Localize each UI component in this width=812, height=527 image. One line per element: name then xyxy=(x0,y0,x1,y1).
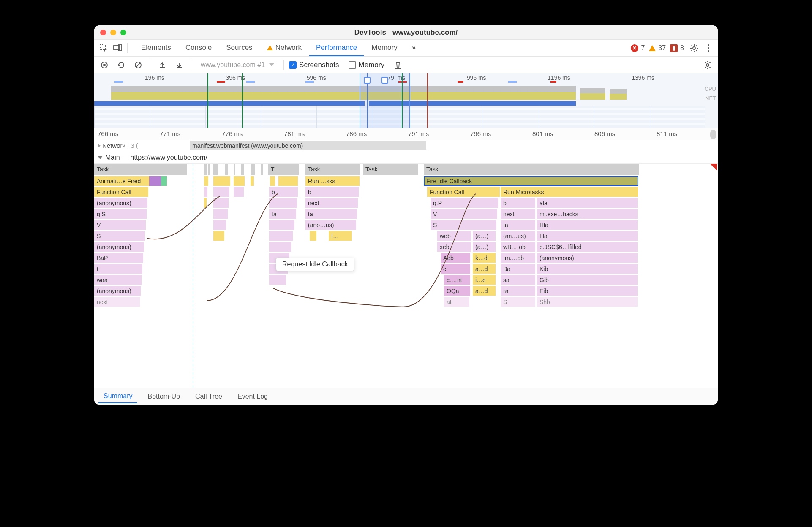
flame-segment[interactable] xyxy=(204,198,207,208)
flame-segment[interactable]: (a…) xyxy=(473,231,496,241)
flame-segment[interactable]: (ano…us) xyxy=(305,220,356,230)
flame-segment[interactable] xyxy=(149,176,161,186)
flame-segment[interactable] xyxy=(213,231,224,241)
flame-segment[interactable] xyxy=(241,164,244,175)
flame-segment[interactable] xyxy=(213,187,229,197)
flame-segment[interactable]: Animati…e Fired xyxy=(94,176,149,186)
flame-segment[interactable]: Task xyxy=(305,164,360,175)
flame-segment[interactable]: ta xyxy=(305,209,357,219)
flame-segment[interactable]: V xyxy=(431,209,497,219)
flame-segment[interactable] xyxy=(204,176,208,186)
tab-sources[interactable]: Sources xyxy=(219,40,259,56)
flame-segment[interactable] xyxy=(234,176,245,186)
flame-segment[interactable]: Im.…ob xyxy=(501,253,535,263)
network-track[interactable]: Network 3 ( manifest.webmanifest (www.yo… xyxy=(94,140,718,151)
memory-checkbox[interactable]: Memory xyxy=(349,61,384,69)
flame-segment[interactable]: V xyxy=(94,220,146,230)
tab-performance[interactable]: Performance xyxy=(309,40,364,56)
flame-segment[interactable]: next xyxy=(305,198,358,208)
flame-segment[interactable]: ta xyxy=(501,220,535,230)
flame-segment[interactable] xyxy=(213,176,230,186)
kebab-menu-icon[interactable] xyxy=(702,41,715,55)
tab-network[interactable]: Network xyxy=(260,40,308,56)
flame-segment[interactable]: Shb xyxy=(537,297,638,307)
flame-segment[interactable]: c xyxy=(441,264,470,274)
detail-ruler[interactable]: 766 ms 771 ms 776 ms 781 ms 786 ms 791 m… xyxy=(94,128,718,140)
flame-segment[interactable]: Kib xyxy=(537,264,638,274)
flame-segment[interactable]: Gib xyxy=(537,275,638,285)
clear-icon[interactable] xyxy=(131,58,145,72)
flame-segment[interactable] xyxy=(270,176,275,186)
flame-segment[interactable]: Function Call xyxy=(427,187,500,197)
flame-segment[interactable]: i…e xyxy=(473,275,496,285)
download-profile-icon[interactable] xyxy=(172,58,186,72)
flame-segment[interactable]: Fire Idle Callback xyxy=(424,176,638,186)
tab-console[interactable]: Console xyxy=(179,40,218,56)
main-thread-header[interactable]: Main — https://www.youtube.com/ xyxy=(94,151,718,164)
ruler-scrollbar[interactable] xyxy=(710,130,716,139)
flame-segment[interactable] xyxy=(161,176,167,186)
flame-segment[interactable] xyxy=(269,231,293,241)
flame-segment[interactable]: OQa xyxy=(444,286,470,296)
flame-segment[interactable]: (anonymous) xyxy=(94,242,144,252)
flame-segment[interactable]: b xyxy=(501,198,535,208)
flame-segment[interactable]: Task xyxy=(363,164,418,175)
flame-segment[interactable]: c.…nt xyxy=(444,275,470,285)
flame-segment[interactable]: ala xyxy=(537,198,638,208)
flame-segment[interactable] xyxy=(278,176,298,186)
flame-segment[interactable]: next xyxy=(94,297,140,307)
flame-segment[interactable]: (an…us) xyxy=(501,231,535,241)
network-request-bar[interactable]: manifest.webmanifest (www.youtube.com) xyxy=(190,141,426,150)
flame-segment[interactable] xyxy=(204,187,207,197)
flame-segment[interactable]: Lla xyxy=(537,231,638,241)
issues-badge[interactable]: ▮8 xyxy=(670,44,684,52)
errors-badge[interactable]: ✕7 xyxy=(631,44,645,52)
flame-segment[interactable]: sa xyxy=(501,275,535,285)
details-tab-eventlog[interactable]: Event Log xyxy=(232,390,273,403)
flame-segment[interactable]: g.P xyxy=(431,198,498,208)
flame-segment[interactable]: (anonymous) xyxy=(94,286,141,296)
flame-segment[interactable]: a…d xyxy=(473,264,496,274)
flame-segment[interactable]: Task xyxy=(94,164,187,175)
warnings-badge[interactable]: 37 xyxy=(649,44,666,52)
flame-segment[interactable]: Eib xyxy=(537,286,638,296)
flame-segment[interactable]: Ba xyxy=(501,264,535,274)
flame-segment[interactable]: g.S xyxy=(94,209,147,219)
flame-segment[interactable] xyxy=(269,220,294,230)
upload-profile-icon[interactable] xyxy=(155,58,169,72)
flame-segment[interactable] xyxy=(213,164,218,175)
close-window-icon[interactable] xyxy=(100,30,106,35)
flame-segment[interactable] xyxy=(213,198,229,208)
flame-segment[interactable] xyxy=(251,164,255,175)
flame-segment[interactable] xyxy=(251,176,254,186)
recording-selector[interactable]: www.youtube.com #1 xyxy=(196,61,278,69)
flame-segment[interactable] xyxy=(213,209,228,219)
settings-gear-icon[interactable] xyxy=(687,41,701,55)
flame-chart[interactable]: Task T… Task Task Task Animati…e Fired xyxy=(94,164,718,388)
collapse-icon[interactable] xyxy=(98,156,103,159)
tab-memory[interactable]: Memory xyxy=(365,40,404,56)
record-icon[interactable] xyxy=(98,58,111,72)
flame-segment[interactable]: e.JSC$6…lfilled xyxy=(537,242,638,252)
flame-segment[interactable]: Aeb xyxy=(441,253,470,263)
flame-segment[interactable]: k…d xyxy=(473,253,496,263)
minimize-window-icon[interactable] xyxy=(110,30,116,35)
flame-segment[interactable]: Hla xyxy=(537,220,638,230)
reload-record-icon[interactable] xyxy=(114,58,128,72)
flame-segment[interactable]: xeb xyxy=(437,242,471,252)
capture-settings-gear-icon[interactable] xyxy=(701,58,714,72)
flame-segment[interactable]: next xyxy=(501,209,535,219)
tab-elements[interactable]: Elements xyxy=(134,40,178,56)
flame-segment[interactable] xyxy=(269,275,286,285)
flame-segment[interactable]: f… xyxy=(329,231,352,241)
flame-segment[interactable]: Task xyxy=(424,164,639,175)
flame-segment[interactable]: Run Microtasks xyxy=(501,187,638,197)
flame-segment[interactable]: b xyxy=(305,187,359,197)
flame-segment[interactable]: BaP xyxy=(94,253,143,263)
flame-segment[interactable]: web xyxy=(437,231,471,241)
inspect-element-icon[interactable] xyxy=(97,41,110,55)
flame-segment[interactable] xyxy=(269,242,291,252)
expand-icon[interactable] xyxy=(98,144,101,148)
flame-segment[interactable]: mj.exe…backs_ xyxy=(537,209,638,219)
flame-segment[interactable]: Function Call xyxy=(94,187,148,197)
